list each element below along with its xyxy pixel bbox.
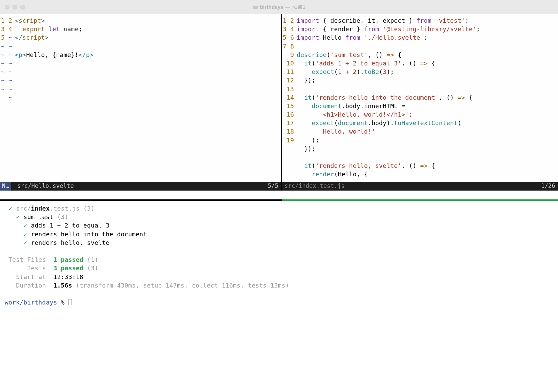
- vim-mode-indicator: N…: [0, 182, 11, 191]
- code-area-right[interactable]: 1 2 3 4 5 6 7 8 9 10 11 12 13 14 15 16 1…: [282, 14, 558, 182]
- code-content-left[interactable]: <script> export let name; </script> <p>H…: [15, 16, 281, 182]
- pane-gap: [0, 191, 558, 199]
- window-title-text: birthdays — ⌥⌘1: [260, 3, 305, 11]
- editor-pane-right[interactable]: 1 2 3 4 5 6 7 8 9 10 11 12 13 14 15 16 1…: [282, 14, 558, 191]
- statusbar-right: src/index.test.js 1/26: [282, 182, 558, 191]
- terminal-cursor: [68, 299, 72, 305]
- code-content-right[interactable]: import { describe, it, expect } from 'vi…: [297, 16, 558, 182]
- window-titlebar: birthdays — ⌥⌘1: [0, 0, 558, 14]
- terminal-pane[interactable]: ✓ src/index.test.js (3) ✓ sum test (3) ✓…: [0, 201, 558, 392]
- statusbar-file-right: src/index.test.js: [282, 182, 538, 190]
- statusbar-file-left: src/Hello.svelte: [15, 182, 264, 190]
- folder-icon: [253, 5, 258, 9]
- window-title: birthdays — ⌥⌘1: [0, 3, 558, 11]
- code-area-left[interactable]: 1 2 3 4 5 ~ ~ ~ ~ ~ ~ ~ ~ ~ ~ ~ ~ ~ ~ <s…: [0, 14, 281, 182]
- statusbar-position-right: 1/26: [538, 182, 555, 190]
- minimize-window-button[interactable]: [13, 5, 17, 9]
- editor-split: 1 2 3 4 5 ~ ~ ~ ~ ~ ~ ~ ~ ~ ~ ~ ~ ~ ~ <s…: [0, 14, 558, 191]
- close-window-button[interactable]: [5, 5, 9, 9]
- workspace: 1 2 3 4 5 ~ ~ ~ ~ ~ ~ ~ ~ ~ ~ ~ ~ ~ ~ <s…: [0, 14, 558, 392]
- editor-pane-left[interactable]: 1 2 3 4 5 ~ ~ ~ ~ ~ ~ ~ ~ ~ ~ ~ ~ ~ ~ <s…: [0, 14, 282, 191]
- line-gutter-left: 1 2 3 4 5 ~ ~ ~ ~ ~ ~ ~ ~ ~ ~ ~ ~ ~ ~: [0, 16, 15, 182]
- traffic-lights: [0, 5, 25, 9]
- statusbar-position-left: 5/5: [264, 182, 278, 190]
- zoom-window-button[interactable]: [20, 5, 25, 9]
- statusbar-left: N… src/Hello.svelte 5/5: [0, 182, 281, 191]
- line-gutter-right: 1 2 3 4 5 6 7 8 9 10 11 12 13 14 15 16 1…: [282, 16, 297, 182]
